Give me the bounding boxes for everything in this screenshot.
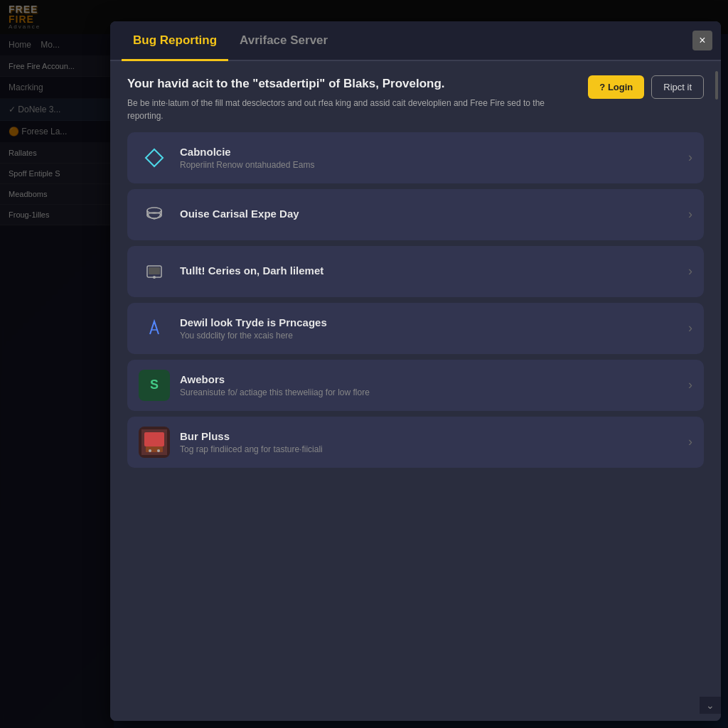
svg-marker-0 <box>146 149 163 166</box>
header-title: Your havid acit to the "etsadertipi" of … <box>127 75 574 92</box>
list-item-5[interactable]: S Awebors Sureanisute fo/ actiage this t… <box>127 360 704 411</box>
item3-text: Tullt! Ceries on, Darh lilemet <box>180 264 682 279</box>
item2-arrow: › <box>688 207 692 222</box>
item4-title: Dewil look Tryde is Prncages <box>180 316 682 328</box>
item1-subtitle: Roperiint Renow ontahuaded Eams <box>180 160 682 170</box>
modal-dialog: Bug Reporting Avriface Server × Your hav… <box>110 21 721 721</box>
header-section: Your havid acit to the "etsadertipi" of … <box>127 75 704 122</box>
svg-rect-10 <box>146 446 163 452</box>
item4-icon <box>139 313 170 344</box>
list-item-4[interactable]: Dewil look Tryde is Prncages You sddclit… <box>127 303 704 354</box>
item6-icon <box>139 427 170 458</box>
list-item-6[interactable]: Bur Pluss Tog rap findiiced ang for tast… <box>127 417 704 468</box>
modal-header: Bug Reporting Avriface Server × <box>110 21 721 61</box>
header-text-block: Your havid acit to the "etsadertipi" of … <box>127 75 574 122</box>
item3-icon <box>139 256 170 287</box>
list-items-container: Cabnolcie Roperiint Renow ontahuaded Eam… <box>127 132 704 468</box>
item6-title: Bur Pluss <box>180 430 682 442</box>
item6-arrow: › <box>688 434 692 449</box>
close-button[interactable]: × <box>692 31 712 50</box>
item4-subtitle: You sddclity for the xcais here <box>180 331 682 341</box>
item5-title: Awebors <box>180 373 682 385</box>
item3-title: Tullt! Ceries on, Darh lilemet <box>180 264 682 277</box>
scroll-down-indicator[interactable]: ⌄ <box>700 697 721 714</box>
svg-point-7 <box>153 276 156 279</box>
item6-subtitle: Tog rap findiiced ang for tasture·fiicia… <box>180 444 682 454</box>
item5-subtitle: Sureanisute fo/ actiage this theweliiag … <box>180 387 682 397</box>
tab-avriface-server[interactable]: Avriface Server <box>228 21 339 61</box>
item2-title: Ouise Carisal Expe Day <box>180 208 682 220</box>
header-desc: Be be inte·latum of the fill mat desclec… <box>127 97 574 122</box>
list-item-1[interactable]: Cabnolcie Roperiint Renow ontahuaded Eam… <box>127 132 704 183</box>
item6-text: Bur Pluss Tog rap findiiced ang for tast… <box>180 430 682 454</box>
item1-text: Cabnolcie Roperiint Renow ontahuaded Eam… <box>180 146 682 170</box>
list-item-2[interactable]: Ouise Carisal Expe Day › <box>127 189 704 240</box>
svg-rect-9 <box>144 432 164 446</box>
item1-icon <box>139 142 170 173</box>
item5-text: Awebors Sureanisute fo/ actiage this the… <box>180 373 682 397</box>
item5-arrow: › <box>688 378 692 392</box>
svg-rect-6 <box>149 267 160 274</box>
help-login-button[interactable]: ? Login <box>588 75 644 99</box>
item2-icon <box>139 199 170 230</box>
item5-icon: S <box>139 370 170 401</box>
item4-arrow: › <box>688 321 692 336</box>
item1-title: Cabnolcie <box>180 146 682 158</box>
item4-text: Dewil look Tryde is Prncages You sddclit… <box>180 316 682 341</box>
item3-arrow: › <box>688 264 692 279</box>
header-buttons: ? Login Ripct it <box>588 75 704 99</box>
svg-point-11 <box>149 449 151 452</box>
svg-point-12 <box>157 449 160 452</box>
scroll-indicator-top <box>715 71 718 100</box>
modal-body: Your havid acit to the "etsadertipi" of … <box>110 61 721 721</box>
report-button[interactable]: Ripct it <box>651 75 704 99</box>
tab-bug-reporting[interactable]: Bug Reporting <box>122 21 228 61</box>
item1-arrow: › <box>688 150 692 165</box>
list-item-3[interactable]: Tullt! Ceries on, Darh lilemet › <box>127 246 704 297</box>
item2-text: Ouise Carisal Expe Day <box>180 208 682 222</box>
